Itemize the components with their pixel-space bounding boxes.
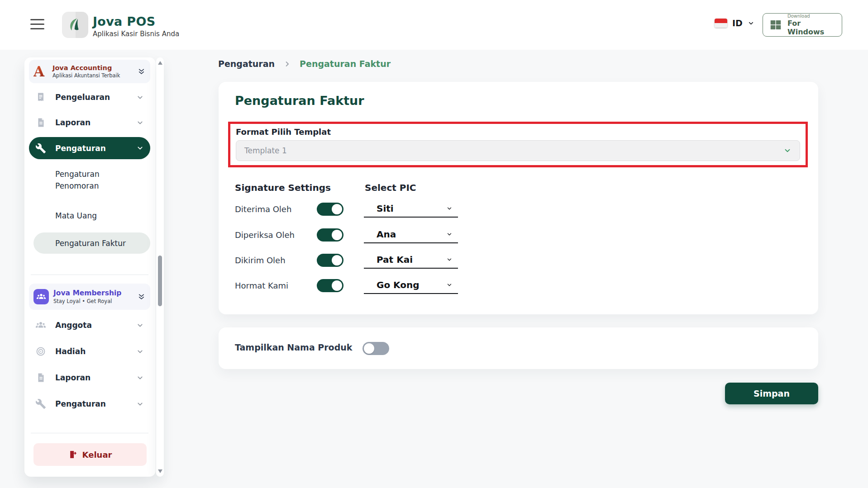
- toggle-dikirim-oleh[interactable]: [317, 254, 343, 267]
- chevron-down-icon: [136, 119, 144, 127]
- template-selected-value: Template 1: [244, 146, 287, 155]
- double-chevron-down-icon[interactable]: [137, 67, 146, 76]
- template-highlight-box: Format Pilih Templat Template 1: [228, 122, 808, 167]
- windows-logo-icon: [769, 18, 782, 32]
- sidebar-suite-jova-accounting[interactable]: A Jova Accounting Aplikasi Akuntansi Ter…: [29, 60, 150, 83]
- document-icon: [35, 117, 46, 128]
- chevron-down-icon: [446, 282, 453, 288]
- target-icon: [35, 346, 46, 357]
- product-name-card: Tampilkan Nama Produk: [219, 327, 818, 369]
- chevron-down-icon: [136, 322, 144, 329]
- sidebar-divider: [31, 275, 148, 275]
- language-selector[interactable]: ID: [715, 18, 754, 28]
- sidebar-suite-jova-membership[interactable]: Jova Membership Stay Loyal • Get Royal: [29, 284, 150, 310]
- logout-door-icon: [68, 450, 77, 459]
- signature-row-label: Diterima Oleh: [235, 204, 291, 214]
- wrench-icon: [35, 398, 46, 409]
- pic-selected-value: Ana: [377, 229, 396, 240]
- leaf-icon: [67, 16, 84, 33]
- page-title: Pengaturan Faktur: [235, 94, 364, 108]
- sidebar-item-hadiah[interactable]: Hadiah: [29, 343, 150, 360]
- signature-row: Diterima Oleh Siti: [219, 200, 818, 218]
- chevron-down-icon: [136, 144, 144, 152]
- wrench-icon: [35, 143, 46, 154]
- signature-settings-heading: Signature Settings: [235, 182, 331, 193]
- breadcrumb-parent[interactable]: Pengaturan: [218, 59, 275, 69]
- sidebar-item-laporan-membership[interactable]: Laporan: [29, 369, 150, 386]
- sidebar-item-pengaturan-accounting[interactable]: Pengaturan: [29, 137, 150, 159]
- sidebar-item-label: Pengeluaran: [55, 93, 136, 102]
- sidebar-subitem-pengaturan-faktur[interactable]: Pengaturan Faktur: [33, 232, 150, 254]
- scrollbar-thumb[interactable]: [158, 256, 162, 306]
- subitem-label: Pengaturan Faktur: [55, 237, 126, 249]
- toggle-tampilkan-nama-produk[interactable]: [362, 342, 389, 355]
- signature-row-label: Hormat Kami: [235, 281, 288, 290]
- suite-subtitle: Aplikasi Akuntansi Terbaik: [52, 72, 137, 79]
- chevron-down-icon: [136, 348, 144, 355]
- sidebar-item-laporan-accounting[interactable]: Laporan: [29, 113, 150, 133]
- sidebar-item-anggota[interactable]: Anggota: [29, 317, 150, 334]
- sidebar-item-label: Anggota: [55, 321, 136, 330]
- pic-selected-value: Siti: [377, 203, 394, 214]
- signature-row: Hormat Kami Go Kong: [219, 277, 818, 295]
- for-windows-label: For Windows: [787, 19, 836, 36]
- sidebar-subitem-pengaturan-penomoran[interactable]: Pengaturan Penomoran: [33, 166, 150, 194]
- pic-selected-value: Pat Kai: [377, 254, 413, 265]
- chevron-down-icon: [446, 231, 453, 237]
- select-pic-heading: Select PIC: [365, 182, 416, 193]
- toggle-diperiksa-oleh[interactable]: [317, 228, 343, 242]
- app-name: Jova POS: [93, 14, 155, 28]
- sidebar-item-label: Pengaturan: [55, 144, 136, 153]
- app-tagline: Aplikasi Kasir Bisnis Anda: [93, 30, 179, 38]
- signature-row-label: Diperiksa Oleh: [235, 230, 295, 240]
- template-select[interactable]: Template 1: [236, 140, 800, 161]
- download-for-windows-button[interactable]: Download For Windows: [763, 13, 842, 37]
- subitem-label: Mata Uang: [55, 210, 132, 222]
- suite-title: Jova Membership: [53, 289, 137, 297]
- chevron-down-icon: [136, 94, 144, 101]
- sidebar-divider: [31, 433, 148, 433]
- toggle-hormat-kami[interactable]: [317, 279, 343, 292]
- sidebar-item-label: Hadiah: [55, 347, 136, 356]
- pic-select-hormat-kami[interactable]: Go Kong: [364, 277, 458, 294]
- pic-select-diperiksa-oleh[interactable]: Ana: [364, 226, 458, 243]
- invoice-settings-card: Pengaturan Faktur Format Pilih Templat T…: [219, 82, 818, 314]
- product-name-toggle-label: Tampilkan Nama Produk: [235, 342, 352, 352]
- chevron-down-icon: [136, 400, 144, 408]
- scroll-down-arrow[interactable]: [158, 469, 162, 473]
- subitem-label: Pengaturan Penomoran: [55, 168, 132, 192]
- signature-row: Diperiksa Oleh Ana: [219, 226, 818, 244]
- signature-row: Dikirim Oleh Pat Kai: [219, 251, 818, 270]
- sidebar: A Jova Accounting Aplikasi Akuntansi Ter…: [24, 57, 156, 477]
- sidebar-item-label: Laporan: [55, 373, 136, 382]
- double-chevron-down-icon[interactable]: [137, 293, 146, 301]
- pic-select-dikirim-oleh[interactable]: Pat Kai: [364, 251, 458, 269]
- scroll-up-arrow[interactable]: [158, 61, 162, 65]
- save-button[interactable]: Simpan: [725, 383, 818, 404]
- suite-subtitle: Stay Loyal • Get Royal: [53, 298, 137, 304]
- chevron-down-icon: [446, 256, 453, 263]
- sidebar-item-pengeluaran[interactable]: Pengeluaran: [29, 87, 150, 107]
- indonesia-flag-icon: [715, 19, 727, 28]
- breadcrumb: Pengaturan Pengaturan Faktur: [218, 59, 391, 69]
- chevron-down-icon: [136, 374, 144, 382]
- sidebar-item-label: Laporan: [55, 118, 136, 127]
- pic-selected-value: Go Kong: [377, 280, 420, 290]
- chevron-right-icon: [284, 61, 291, 67]
- logout-label: Keluar: [82, 450, 112, 460]
- sidebar-scrollbar[interactable]: [156, 57, 164, 477]
- chevron-down-icon: [748, 20, 754, 27]
- jova-accounting-logo-icon: A: [33, 64, 48, 79]
- chevron-down-icon: [783, 147, 792, 155]
- logout-button[interactable]: Keluar: [33, 443, 147, 466]
- toggle-diterima-oleh[interactable]: [317, 203, 343, 216]
- sidebar-subitem-mata-uang[interactable]: Mata Uang: [33, 208, 150, 224]
- hamburger-menu-icon[interactable]: [30, 19, 44, 31]
- language-code: ID: [732, 18, 743, 28]
- top-header: Jova POS Aplikasi Kasir Bisnis Anda ID D…: [0, 0, 868, 50]
- download-label: Download: [787, 14, 836, 19]
- sidebar-item-pengaturan-membership[interactable]: Pengaturan: [29, 395, 150, 412]
- jova-membership-logo-icon: [33, 289, 49, 304]
- receipt-icon: [35, 92, 46, 103]
- pic-select-diterima-oleh[interactable]: Siti: [364, 200, 458, 218]
